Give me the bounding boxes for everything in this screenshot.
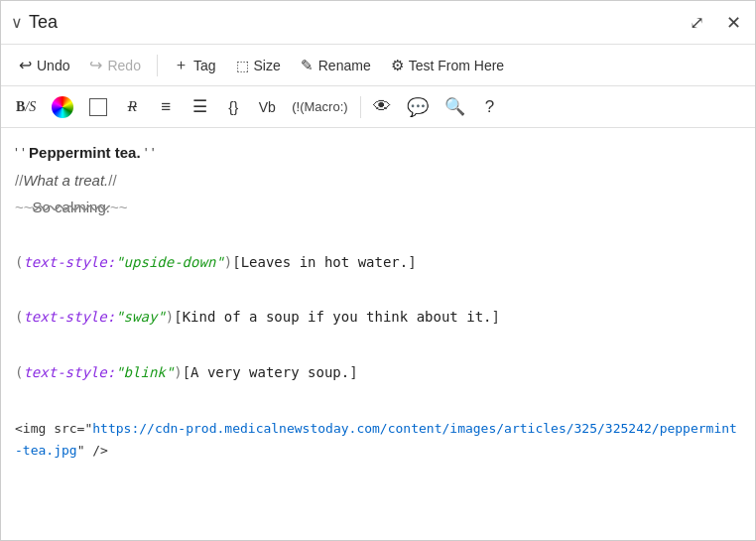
- line6-macro-val: "blink": [115, 364, 174, 380]
- line2-slashes-close: //: [108, 172, 116, 189]
- align-button[interactable]: ☰: [184, 91, 215, 123]
- editor-spacer-1: [15, 222, 741, 248]
- redo-button[interactable]: ↪ Redo: [81, 52, 148, 78]
- expand-button[interactable]: ⤢: [686, 12, 708, 34]
- close-button[interactable]: ✕: [722, 12, 745, 34]
- strikethrough-button[interactable]: R: [116, 91, 148, 123]
- editor-spacer-4: [15, 386, 741, 412]
- vb-button[interactable]: Vb: [251, 91, 283, 123]
- line5-content: Kind of a soup if you think about it.: [183, 309, 492, 325]
- line1-post: ' ': [145, 144, 155, 161]
- line3-tilde-close: ~~: [110, 199, 128, 215]
- strikethrough-icon: R: [128, 98, 137, 115]
- line4-bracket-open: [: [232, 254, 240, 270]
- line5-macro-key: text-style: [23, 309, 106, 325]
- search-icon: 🔍: [444, 96, 465, 117]
- line6-content: A very watery soup.: [190, 364, 349, 380]
- line6-macro-key: text-style: [23, 364, 106, 380]
- color-button[interactable]: [45, 91, 80, 123]
- line5-bracket-close: ]: [492, 309, 500, 325]
- redo-icon: ↪: [89, 56, 102, 74]
- window-title: Tea: [29, 12, 58, 33]
- line4-macro-close: ): [224, 254, 232, 270]
- img-url: https://cdn-prod.medicalnewstoday.com/co…: [15, 421, 737, 458]
- rename-button[interactable]: ✎ Rename: [293, 53, 379, 78]
- toolbar1: ↩ Undo ↪ Redo ＋ Tag ⬚ Size ✎ Rename ⚙ Te…: [1, 45, 755, 86]
- line6-bracket-open: [: [183, 364, 190, 380]
- editor-area[interactable]: ' ' Peppermint tea. ' ' //What a treat./…: [1, 128, 755, 541]
- border-button[interactable]: [82, 91, 114, 123]
- line5-macro-val: "sway": [115, 309, 166, 325]
- line4-macro-key: text-style: [23, 254, 106, 270]
- macro-label: (Macro:): [300, 99, 347, 114]
- list-icon: ≡: [161, 97, 171, 117]
- editor-line-3: ~~So calming.~~: [15, 195, 741, 220]
- chat-icon: 💬: [407, 96, 429, 118]
- tag-icon: ＋: [174, 56, 189, 74]
- editor-line-6: (text-style:"blink")[A very watery soup.…: [15, 359, 741, 385]
- editor-line-5: (text-style:"sway")[Kind of a soup if yo…: [15, 304, 741, 330]
- braces-button[interactable]: {}: [217, 91, 249, 123]
- line6-bracket-close: ]: [349, 364, 357, 380]
- eye-button[interactable]: 👁: [366, 91, 398, 123]
- editor-line-2: //What a treat.//: [15, 168, 741, 194]
- bold-italic-button[interactable]: B/S: [9, 91, 43, 123]
- align-icon: ☰: [192, 96, 207, 117]
- editor-spacer-3: [15, 332, 741, 357]
- bold-italic-icon: B/S: [16, 99, 36, 115]
- editor-line-img: <img src="https://cdn-prod.medicalnewsto…: [15, 418, 741, 462]
- line4-macro-colon: :: [107, 254, 115, 270]
- editor-spacer-2: [15, 277, 741, 303]
- size-icon: ⬚: [236, 58, 249, 73]
- separator1: [157, 55, 158, 76]
- line5-macro-close: ): [166, 309, 174, 325]
- vb-icon: Vb: [259, 99, 276, 115]
- line1-bold-text: Peppermint tea.: [29, 144, 141, 161]
- line4-bracket-close: ]: [408, 254, 416, 270]
- color-wheel-icon: [52, 96, 73, 118]
- line2-italic-content: What a treat.: [23, 172, 108, 189]
- line5-macro-colon: :: [107, 309, 115, 325]
- list-button[interactable]: ≡: [150, 91, 182, 123]
- line6-macro-close: ): [174, 364, 182, 380]
- macro-icon: (!: [292, 99, 300, 114]
- test-icon: ⚙: [391, 57, 404, 74]
- editor-line-1: ' ' Peppermint tea. ' ': [15, 140, 741, 166]
- title-right: ⤢ ✕: [686, 12, 745, 34]
- chevron-down-icon[interactable]: ∨: [11, 13, 23, 32]
- help-icon: ?: [485, 97, 494, 117]
- line6-macro-colon: :: [107, 364, 115, 380]
- img-tag-post: " />: [77, 443, 108, 458]
- title-bar: ∨ Tea ⤢ ✕: [1, 1, 755, 45]
- line3-tilde-open: ~~: [15, 199, 33, 215]
- editor-line-4: (text-style:"upside-down")[Leaves in hot…: [15, 249, 741, 275]
- chat-button[interactable]: 💬: [400, 91, 436, 123]
- macro-button[interactable]: (! (Macro:): [285, 91, 354, 123]
- eye-icon: 👁: [373, 96, 391, 117]
- undo-button[interactable]: ↩ Undo: [11, 52, 77, 78]
- tag-button[interactable]: ＋ Tag: [166, 52, 224, 78]
- line5-bracket-open: [: [174, 309, 182, 325]
- search-button[interactable]: 🔍: [438, 91, 472, 123]
- border-icon: [89, 98, 107, 116]
- braces-icon: {}: [228, 98, 238, 115]
- separator2: [360, 96, 361, 118]
- rename-icon: ✎: [301, 57, 314, 74]
- line1-pre: ' ': [15, 144, 25, 161]
- line4-content: Leaves in hot water.: [241, 254, 409, 270]
- img-tag-pre: <img src=": [15, 421, 92, 436]
- line3-strike-text: So calming.: [33, 199, 110, 215]
- toolbar2: B/S R ≡ ☰ {} Vb (! (Macro:) 👁 💬 🔍 ?: [1, 86, 755, 128]
- title-left: ∨ Tea: [11, 12, 58, 33]
- test-from-here-button[interactable]: ⚙ Test From Here: [383, 53, 512, 78]
- help-button[interactable]: ?: [474, 91, 506, 123]
- line4-macro-val: "upside-down": [115, 254, 224, 270]
- undo-icon: ↩: [19, 56, 32, 74]
- size-button[interactable]: ⬚ Size: [228, 54, 289, 77]
